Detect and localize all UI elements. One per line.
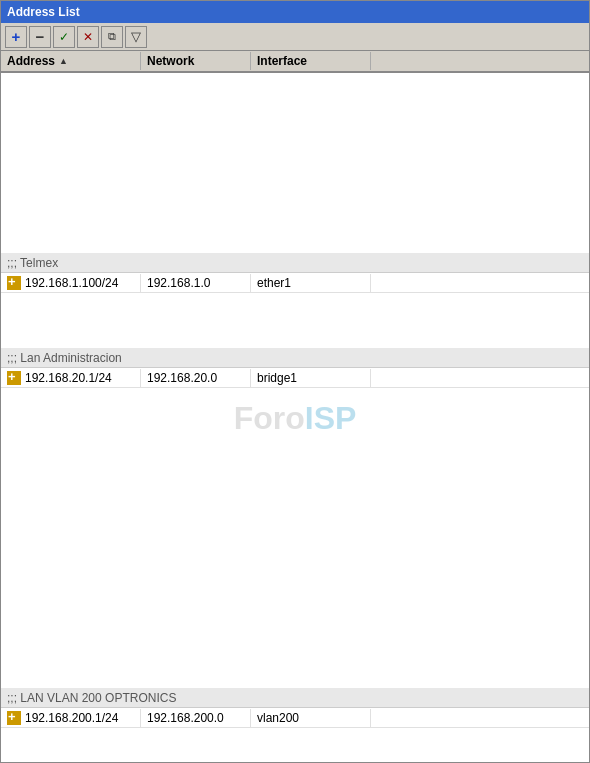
cell-interface-lan-admin: bridge1 bbox=[251, 369, 371, 387]
cell-network-telmex: 192.168.1.0 bbox=[141, 274, 251, 292]
empty-space-mid2 bbox=[1, 388, 589, 688]
minus-icon: − bbox=[36, 28, 45, 45]
title-bar: Address List bbox=[1, 1, 589, 23]
cell-interface-vlan200: vlan200 bbox=[251, 709, 371, 727]
network-value: 192.168.20.0 bbox=[147, 371, 217, 385]
section-vlan200-label: ;;; LAN VLAN 200 OPTRONICS bbox=[7, 691, 176, 705]
interface-value: ether1 bbox=[257, 276, 291, 290]
cell-rest-lan-admin bbox=[371, 376, 589, 380]
table-row[interactable]: 192.168.20.1/24 192.168.20.0 bridge1 bbox=[1, 368, 589, 388]
enable-button[interactable]: ✓ bbox=[53, 26, 75, 48]
filter-button[interactable]: ▽ bbox=[125, 26, 147, 48]
network-value: 192.168.200.0 bbox=[147, 711, 224, 725]
empty-space-top bbox=[1, 73, 589, 253]
table-header: Address ▲ Network Interface bbox=[1, 51, 589, 73]
column-header-network[interactable]: Network bbox=[141, 52, 251, 70]
disable-button[interactable]: ✕ bbox=[77, 26, 99, 48]
cell-interface-telmex: ether1 bbox=[251, 274, 371, 292]
copy-button[interactable]: ⧉ bbox=[101, 26, 123, 48]
add-icon: + bbox=[12, 28, 21, 45]
cell-network-lan-admin: 192.168.20.0 bbox=[141, 369, 251, 387]
section-lan-admin-label: ;;; Lan Administracion bbox=[7, 351, 122, 365]
interface-column-label: Interface bbox=[257, 54, 307, 68]
address-value: 192.168.200.1/24 bbox=[25, 711, 118, 725]
cell-address-telmex: 192.168.1.100/24 bbox=[1, 274, 141, 292]
address-list-window: Address List + − ✓ ✕ ⧉ ▽ Address ▲ Netwo… bbox=[0, 0, 590, 763]
window-title: Address List bbox=[7, 5, 80, 19]
section-lan-admin: ;;; Lan Administracion bbox=[1, 348, 589, 368]
remove-button[interactable]: − bbox=[29, 26, 51, 48]
cross-icon: ✕ bbox=[83, 30, 93, 44]
add-button[interactable]: + bbox=[5, 26, 27, 48]
copy-icon: ⧉ bbox=[108, 30, 116, 43]
network-value: 192.168.1.0 bbox=[147, 276, 210, 290]
check-icon: ✓ bbox=[59, 30, 69, 44]
table-row[interactable]: 192.168.1.100/24 192.168.1.0 ether1 bbox=[1, 273, 589, 293]
cell-address-lan-admin: 192.168.20.1/24 bbox=[1, 369, 141, 387]
address-column-label: Address bbox=[7, 54, 55, 68]
section-telmex-label: ;;; Telmex bbox=[7, 256, 58, 270]
sort-arrow-icon: ▲ bbox=[59, 56, 68, 66]
filter-icon: ▽ bbox=[131, 29, 141, 44]
cell-address-vlan200: 192.168.200.1/24 bbox=[1, 709, 141, 727]
toolbar: + − ✓ ✕ ⧉ ▽ bbox=[1, 23, 589, 51]
cell-network-vlan200: 192.168.200.0 bbox=[141, 709, 251, 727]
network-column-label: Network bbox=[147, 54, 194, 68]
table-body: ForoISP ;;; Telmex 192.168.1.100/24 192.… bbox=[1, 73, 589, 762]
interface-value: vlan200 bbox=[257, 711, 299, 725]
column-header-interface[interactable]: Interface bbox=[251, 52, 371, 70]
cell-rest-telmex bbox=[371, 281, 589, 285]
column-header-address[interactable]: Address ▲ bbox=[1, 52, 141, 70]
cell-rest-vlan200 bbox=[371, 716, 589, 720]
status-icon-active bbox=[7, 276, 21, 290]
status-icon-active bbox=[7, 371, 21, 385]
section-telmex: ;;; Telmex bbox=[1, 253, 589, 273]
section-vlan200: ;;; LAN VLAN 200 OPTRONICS bbox=[1, 688, 589, 708]
status-icon-active bbox=[7, 711, 21, 725]
address-value: 192.168.1.100/24 bbox=[25, 276, 118, 290]
address-value: 192.168.20.1/24 bbox=[25, 371, 112, 385]
table-row[interactable]: 192.168.200.1/24 192.168.200.0 vlan200 bbox=[1, 708, 589, 728]
interface-value: bridge1 bbox=[257, 371, 297, 385]
empty-space-mid1 bbox=[1, 293, 589, 348]
